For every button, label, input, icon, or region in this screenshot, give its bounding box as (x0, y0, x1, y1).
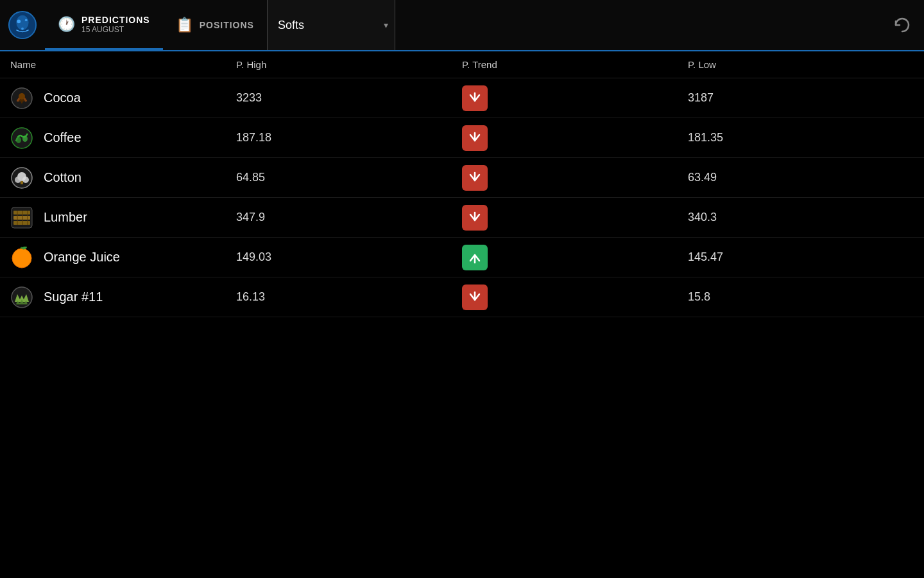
header-spacer (395, 0, 880, 50)
trend-badge-down (462, 85, 488, 111)
table-header: Name P. High P. Trend P. Low (0, 51, 924, 78)
svg-point-14 (15, 177, 21, 183)
app-logo (8, 10, 37, 40)
positions-label: POSITIONS (200, 20, 254, 30)
svg-point-2 (17, 19, 21, 23)
name-cell: Lumber (10, 206, 236, 229)
p-trend-cell (462, 245, 688, 270)
svg-rect-16 (21, 181, 23, 184)
commodity-name: Cotton (44, 170, 81, 185)
svg-point-6 (19, 93, 25, 100)
refresh-icon (893, 16, 911, 34)
table-row[interactable]: Cotton 64.85 63.49 (0, 158, 924, 198)
commodity-name: Orange Juice (44, 250, 120, 265)
header: 🕐 PREDICTIONS 15 AUGUST 📋 POSITIONS Soft… (0, 0, 924, 51)
trend-badge-down (462, 165, 488, 191)
clock-icon: 🕐 (58, 16, 75, 33)
commodity-name: Coffee (44, 130, 81, 145)
cocoa-icon (10, 87, 33, 110)
category-dropdown[interactable]: Softs (267, 0, 395, 50)
p-low-value: 63.49 (688, 171, 914, 184)
name-cell: Coffee (10, 127, 236, 150)
commodity-name: Cocoa (44, 91, 81, 105)
commodity-name: Sugar #11 (44, 290, 103, 304)
p-high-value: 64.85 (236, 171, 462, 184)
table-row[interactable]: Coffee 187.18 181.35 (0, 118, 924, 158)
clipboard-icon: 📋 (176, 17, 193, 33)
p-low-value: 3187 (688, 91, 914, 105)
svg-point-3 (25, 19, 28, 21)
trend-badge-down (462, 285, 488, 310)
name-cell: Cotton (10, 166, 236, 189)
predictions-date: 15 AUGUST (81, 25, 150, 34)
commodity-name: Lumber (44, 210, 87, 225)
p-trend-cell (462, 205, 688, 231)
p-low-value: 15.8 (688, 290, 914, 304)
col-plow: P. Low (688, 59, 914, 70)
trend-badge-down (462, 205, 488, 231)
trend-badge-up (462, 245, 488, 270)
p-low-value: 181.35 (688, 131, 914, 144)
p-low-value: 340.3 (688, 211, 914, 224)
dropdown-value: Softs (278, 19, 304, 32)
table-row[interactable]: Orange Juice 149.03 145.47 (0, 238, 924, 277)
p-trend-cell (462, 285, 688, 310)
predictions-table: Name P. High P. Trend P. Low Cocoa 3233 … (0, 51, 924, 317)
col-name: Name (10, 59, 236, 70)
orange-icon (10, 246, 33, 269)
p-high-value: 347.9 (236, 211, 462, 224)
name-cell: Cocoa (10, 87, 236, 110)
refresh-button[interactable] (880, 0, 924, 50)
table-row[interactable]: Cocoa 3233 3187 (0, 78, 924, 118)
col-phigh: P. High (236, 59, 462, 70)
p-high-value: 187.18 (236, 131, 462, 144)
table-body: Cocoa 3233 3187 Coffee 187.18 181.35 (0, 78, 924, 317)
lumber-icon (10, 206, 33, 229)
p-trend-cell (462, 165, 688, 191)
p-trend-cell (462, 125, 688, 151)
p-trend-cell (462, 85, 688, 111)
tab-positions[interactable]: 📋 POSITIONS (163, 0, 267, 50)
svg-point-15 (22, 177, 29, 183)
p-high-value: 16.13 (236, 290, 462, 304)
trend-badge-down (462, 125, 488, 151)
table-row[interactable]: Lumber 347.9 340.3 (0, 198, 924, 238)
tab-predictions[interactable]: 🕐 PREDICTIONS 15 AUGUST (45, 0, 163, 50)
col-ptrend: P. Trend (462, 59, 688, 70)
p-low-value: 145.47 (688, 250, 914, 264)
predictions-label: PREDICTIONS (81, 15, 150, 25)
svg-point-8 (12, 128, 32, 148)
svg-point-4 (21, 28, 24, 30)
svg-point-10 (22, 136, 28, 142)
name-cell: Orange Juice (10, 246, 236, 269)
svg-point-9 (16, 137, 21, 143)
sugar-icon (10, 286, 33, 309)
cotton-icon (10, 166, 33, 189)
table-row[interactable]: Sugar #11 16.13 15.8 (0, 277, 924, 317)
p-high-value: 3233 (236, 91, 462, 105)
name-cell: Sugar #11 (10, 286, 236, 309)
p-high-value: 149.03 (236, 250, 462, 264)
coffee-icon (10, 127, 33, 150)
logo-area (0, 0, 45, 50)
